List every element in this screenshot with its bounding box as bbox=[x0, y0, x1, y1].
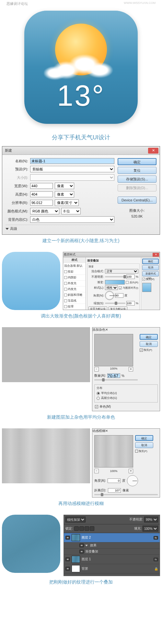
close-icon[interactable]: ✕ bbox=[153, 253, 159, 257]
res-unit[interactable]: 像素/英寸 bbox=[55, 199, 79, 206]
close-icon[interactable]: ✕ bbox=[105, 429, 108, 433]
height-input[interactable] bbox=[30, 191, 53, 197]
cancel-button[interactable]: 取消 bbox=[140, 341, 158, 347]
mono-checkbox[interactable]: 单色(M) bbox=[95, 404, 157, 409]
cancel-button[interactable]: 取消 bbox=[135, 442, 153, 448]
visibility-icon[interactable] bbox=[79, 550, 84, 553]
size-label: 大小(I): bbox=[6, 175, 28, 180]
res-label: 分辨率(R): bbox=[6, 200, 28, 205]
mode-select[interactable]: RGB 颜色 bbox=[30, 208, 59, 214]
noise-preview-small bbox=[94, 334, 133, 366]
preset-select[interactable]: 剪贴板 bbox=[30, 166, 114, 172]
style-label: 样式(L): bbox=[88, 286, 104, 290]
ls-texture[interactable]: 纹理 bbox=[63, 304, 86, 310]
distance-slider[interactable] bbox=[101, 493, 103, 496]
scale-slider[interactable] bbox=[105, 303, 125, 304]
close-icon[interactable]: ✕ bbox=[105, 328, 108, 331]
res-input[interactable] bbox=[30, 200, 53, 206]
bg-select[interactable]: 白色 bbox=[30, 216, 114, 223]
zoom-out-button[interactable]: − bbox=[94, 367, 99, 371]
visibility-icon[interactable] bbox=[79, 543, 84, 547]
mblur-dialog: 动感模糊✕ − 100% + 确定 取消 预览(P) 角度(A bbox=[92, 428, 160, 498]
ok-button[interactable]: 确定 bbox=[140, 334, 158, 340]
gradient-picker[interactable] bbox=[105, 280, 125, 284]
save-preset-button[interactable]: 存储预设(S)... bbox=[118, 176, 156, 183]
style-select[interactable]: 线性 bbox=[105, 285, 118, 290]
blend-mode-select[interactable]: 线性加深 bbox=[65, 517, 86, 522]
layer-name: 背景 bbox=[82, 566, 88, 571]
amount-slider[interactable] bbox=[102, 378, 105, 381]
ok-button[interactable]: 确定 bbox=[118, 158, 156, 165]
preview-toggle[interactable]: 预览(P) bbox=[135, 449, 153, 453]
align-checkbox[interactable]: ✓ bbox=[119, 286, 122, 289]
angle-knob[interactable] bbox=[105, 291, 114, 300]
opacity-select[interactable]: 99% bbox=[144, 517, 158, 522]
close-icon[interactable]: ✕ bbox=[148, 148, 158, 154]
uniform-radio[interactable]: 平均分布(U) bbox=[97, 391, 156, 395]
preview-toggle[interactable]: 预览(P) bbox=[140, 348, 158, 352]
delete-preset-button: 删除预设(D)... bbox=[118, 184, 156, 191]
opacity-input[interactable] bbox=[126, 274, 135, 279]
temperature-text: 13° bbox=[24, 79, 138, 113]
ls-innerglow[interactable]: 内发光 bbox=[63, 286, 86, 292]
zoom-in-button[interactable]: + bbox=[129, 367, 133, 371]
bits-select[interactable]: 8 位 bbox=[61, 208, 81, 214]
layer-style-dialog: 图层样式✕ 样式 混合选项:默认 投影 内阴影 外发光 内发光 斜面和浮雕 等高… bbox=[63, 252, 160, 310]
noise-preview bbox=[2, 327, 90, 382]
ls-outerglow[interactable]: 外发光 bbox=[63, 281, 86, 286]
gaussian-radio[interactable]: 高斯分布(G) bbox=[97, 396, 156, 400]
opacity-slider[interactable] bbox=[105, 276, 125, 277]
layer-row-1[interactable]: 图层 1 fx bbox=[64, 555, 160, 564]
ls-satin[interactable]: 光泽 bbox=[63, 310, 86, 310]
bg-label: 背景内容(C): bbox=[6, 217, 28, 222]
gradient-label: 渐变: bbox=[88, 280, 104, 284]
visibility-icon[interactable] bbox=[65, 567, 70, 571]
visibility-icon[interactable] bbox=[65, 557, 70, 561]
name-input[interactable] bbox=[30, 158, 114, 164]
weather-icon: 13° bbox=[24, 11, 138, 124]
ls-innershadow[interactable]: 内阴影 bbox=[63, 275, 86, 281]
new-document-dialog: 新建 ✕ 名称(N): 预设(P):剪贴板 大小(I): 宽度(W):像素 高度… bbox=[2, 146, 160, 235]
fill-select[interactable]: 100% bbox=[143, 526, 158, 531]
ls-bevel[interactable]: 斜面和浮雕 bbox=[63, 292, 86, 298]
layer-row-bg[interactable]: 背景 🔒 bbox=[64, 564, 160, 574]
fx-gradient-overlay-row[interactable]: 渐变叠加 bbox=[64, 549, 160, 555]
zoom-out-button[interactable]: − bbox=[94, 469, 99, 473]
distance-input[interactable] bbox=[108, 488, 121, 493]
width-unit[interactable]: 像素 bbox=[55, 183, 74, 189]
reverse-checkbox[interactable] bbox=[126, 281, 129, 284]
ok-button[interactable]: 确定 bbox=[135, 435, 153, 441]
angle-input[interactable] bbox=[108, 478, 121, 483]
blend-select[interactable]: 正常 bbox=[105, 269, 138, 274]
fx-badge[interactable]: fx bbox=[154, 558, 158, 561]
ls-header: 样式 bbox=[63, 257, 86, 263]
lock-icons[interactable] bbox=[74, 526, 94, 531]
zoom-percent: 100% bbox=[110, 469, 117, 473]
zoom-in-button[interactable]: + bbox=[129, 469, 133, 473]
fx-effects-row[interactable]: 效果 bbox=[64, 542, 160, 549]
width-input[interactable] bbox=[30, 183, 53, 189]
scale-input[interactable] bbox=[126, 301, 135, 306]
cancel-button[interactable]: 取消 bbox=[142, 265, 159, 270]
layer-row-2[interactable]: 图层 2 fx bbox=[64, 533, 160, 542]
amount-input[interactable] bbox=[107, 373, 120, 378]
preview-toggle[interactable]: 预览(V) bbox=[142, 277, 159, 281]
new-style-button[interactable]: 新建样式(W)... bbox=[142, 271, 159, 276]
advanced-toggle[interactable]: 高级 bbox=[6, 225, 114, 231]
ls-blend-default[interactable]: 混合选项:默认 bbox=[63, 263, 86, 269]
set-default-button[interactable]: 设置为默认值 bbox=[88, 306, 107, 310]
height-unit[interactable]: 像素 bbox=[55, 191, 74, 198]
reset-button[interactable]: 复位 bbox=[118, 167, 156, 174]
ls-dropshadow[interactable]: 投影 bbox=[63, 269, 86, 275]
lock-image-icon bbox=[79, 526, 84, 531]
visibility-icon[interactable] bbox=[65, 536, 70, 540]
angle-input[interactable] bbox=[115, 293, 123, 298]
ls-contour[interactable]: 等高线 bbox=[63, 298, 86, 304]
fx-badge[interactable]: fx bbox=[154, 536, 158, 540]
device-central-button[interactable]: Device Central(E)... bbox=[118, 197, 156, 204]
ok-button[interactable]: 确定 bbox=[142, 259, 159, 264]
angle-knob[interactable] bbox=[127, 475, 138, 486]
reset-default-button[interactable]: 复位为默认值 bbox=[109, 306, 127, 310]
dialog-titlebar[interactable]: 新建 ✕ bbox=[2, 146, 160, 155]
step-overlay: 线性加深 不透明度:99% 锁定: 填充:100% 图层 2 fx 效果 渐变叠… bbox=[2, 515, 160, 576]
